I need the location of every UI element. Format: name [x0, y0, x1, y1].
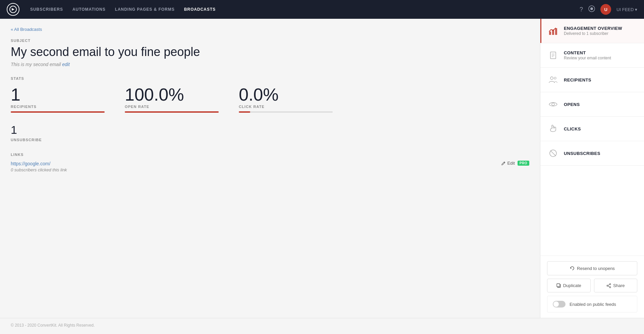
click-rate-value: 0.0% [239, 86, 333, 103]
recipients-title: RECIPIENTS [564, 77, 591, 82]
edit-link-button[interactable]: Edit [501, 161, 515, 166]
svg-rect-3 [549, 32, 551, 35]
resend-button[interactable]: Resend to unopens [547, 261, 637, 275]
click-rate-label: CLICK RATE [239, 105, 333, 109]
open-rate-label: OPEN RATE [125, 105, 219, 109]
user-avatar[interactable]: U [600, 4, 611, 15]
svg-rect-16 [557, 284, 560, 287]
people-icon [547, 74, 559, 86]
engagement-title: ENGAGEMENT OVERVIEW [564, 26, 622, 31]
footer-text: © 2013 - 2020 ConvertKit. All Rights Res… [11, 323, 95, 328]
notifications-icon[interactable] [588, 5, 595, 14]
nav-links: SUBSCRIBERS AUTOMATIONS LANDING PAGES & … [30, 7, 569, 12]
eye-icon [547, 98, 559, 110]
edit-subject-link[interactable]: edit [62, 62, 70, 67]
sidebar-unsubscribes[interactable]: UNSUBSCRIBES [540, 141, 644, 166]
svg-point-19 [607, 285, 608, 286]
recipients-bar-bg [11, 111, 105, 113]
nav-landing-pages[interactable]: LANDING PAGES & FORMS [115, 7, 175, 12]
page-container: « All Broadcasts SUBJECT My second email… [0, 19, 644, 318]
open-rate-bar-fill [125, 111, 219, 113]
page-footer: © 2013 - 2020 ConvertKit. All Rights Res… [0, 318, 644, 332]
sidebar-engagement[interactable]: ENGAGEMENT OVERVIEW Delivered to 1 subsc… [540, 19, 644, 43]
resend-icon [570, 266, 575, 271]
pro-badge: PRO [518, 161, 529, 166]
nav-automations[interactable]: AUTOMATIONS [72, 7, 106, 12]
link-url[interactable]: https://google.com/ [11, 161, 50, 166]
link-actions: Edit PRO [501, 161, 529, 166]
unsub-value: 1 [11, 123, 529, 136]
nav-right: ? U UI FEED ▾ [580, 4, 637, 15]
svg-point-18 [609, 286, 611, 288]
content-title: CONTENT [564, 50, 611, 55]
stat-open-rate: 100.0% OPEN RATE [125, 86, 219, 113]
svg-point-12 [552, 103, 554, 106]
nav-subscribers[interactable]: SUBSCRIBERS [30, 7, 63, 12]
stats-row: 1 RECIPIENTS 100.0% OPEN RATE 0.0% CLICK… [11, 86, 529, 113]
main-content: « All Broadcasts SUBJECT My second email… [0, 19, 540, 318]
links-label: LINKS [11, 153, 529, 157]
svg-rect-5 [555, 28, 557, 35]
recipients-label: RECIPIENTS [11, 105, 105, 109]
stats-label: STATS [11, 76, 529, 80]
action-row: Duplicate Share [547, 279, 637, 292]
svg-line-21 [608, 286, 609, 287]
content-subtitle: Review your email content [564, 56, 611, 60]
svg-point-10 [550, 77, 553, 79]
breadcrumb[interactable]: « All Broadcasts [11, 27, 529, 32]
sidebar-content[interactable]: CONTENT Review your email content [540, 43, 644, 68]
unsub-section: 1 UNSUBSCRIBE [11, 123, 529, 142]
recipients-bar-fill [11, 111, 105, 113]
username-label[interactable]: UI FEED ▾ [616, 7, 637, 12]
duplicate-icon [556, 283, 561, 288]
duplicate-button[interactable]: Duplicate [547, 279, 591, 292]
content-section-text: CONTENT Review your email content [564, 50, 611, 60]
link-clicks: 0 subscribers clicked this link [11, 167, 67, 172]
logo[interactable] [7, 3, 19, 16]
sidebar-clicks[interactable]: CLICKS [540, 117, 644, 141]
svg-line-20 [608, 284, 609, 285]
stat-recipients: 1 RECIPIENTS [11, 86, 105, 113]
logo-icon [9, 6, 17, 13]
engagement-subtitle: Delivered to 1 subscriber [564, 31, 622, 36]
toggle-row: Enabled on public feeds [547, 296, 637, 313]
link-info: https://google.com/ 0 subscribers clicke… [11, 161, 67, 172]
pencil-icon [501, 161, 506, 166]
share-button[interactable]: Share [594, 279, 638, 292]
click-rate-bar-bg [239, 111, 333, 113]
link-row: https://google.com/ 0 subscribers clicke… [11, 161, 529, 172]
sidebar-spacer [540, 166, 644, 256]
unsubscribes-section-text: UNSUBSCRIBES [564, 151, 600, 156]
right-sidebar: ENGAGEMENT OVERVIEW Delivered to 1 subsc… [540, 19, 644, 318]
sidebar-opens[interactable]: OPENS [540, 92, 644, 117]
svg-line-14 [550, 151, 556, 156]
click-rate-bar-fill [239, 111, 250, 113]
svg-point-2 [590, 7, 593, 10]
document-icon [547, 49, 559, 61]
svg-point-17 [609, 283, 611, 285]
nav-broadcasts[interactable]: BROADCASTS [184, 7, 216, 12]
share-icon [606, 283, 611, 288]
chart-icon [547, 25, 559, 37]
public-feeds-toggle[interactable] [553, 301, 566, 308]
sidebar-actions: Resend to unopens Duplicate [540, 256, 644, 318]
unsub-label: UNSUBSCRIBE [11, 138, 529, 142]
recipients-value: 1 [11, 86, 105, 103]
open-rate-value: 100.0% [125, 86, 219, 103]
opens-title: OPENS [564, 102, 580, 107]
help-icon[interactable]: ? [580, 6, 583, 13]
email-subtitle: This is my second email edit [11, 62, 529, 67]
recipients-section-text: RECIPIENTS [564, 77, 591, 82]
clicks-title: CLICKS [564, 126, 581, 131]
email-title: My second email to you fine people [11, 45, 529, 59]
sidebar-recipients[interactable]: RECIPIENTS [540, 68, 644, 92]
top-nav: SUBSCRIBERS AUTOMATIONS LANDING PAGES & … [0, 0, 644, 19]
ban-icon [547, 147, 559, 159]
hand-icon [547, 123, 559, 135]
stat-click-rate: 0.0% CLICK RATE [239, 86, 333, 113]
subject-label: SUBJECT [11, 39, 529, 43]
clicks-section-text: CLICKS [564, 126, 581, 131]
engagement-section-text: ENGAGEMENT OVERVIEW Delivered to 1 subsc… [564, 26, 622, 36]
unsubscribes-title: UNSUBSCRIBES [564, 151, 600, 156]
opens-section-text: OPENS [564, 102, 580, 107]
